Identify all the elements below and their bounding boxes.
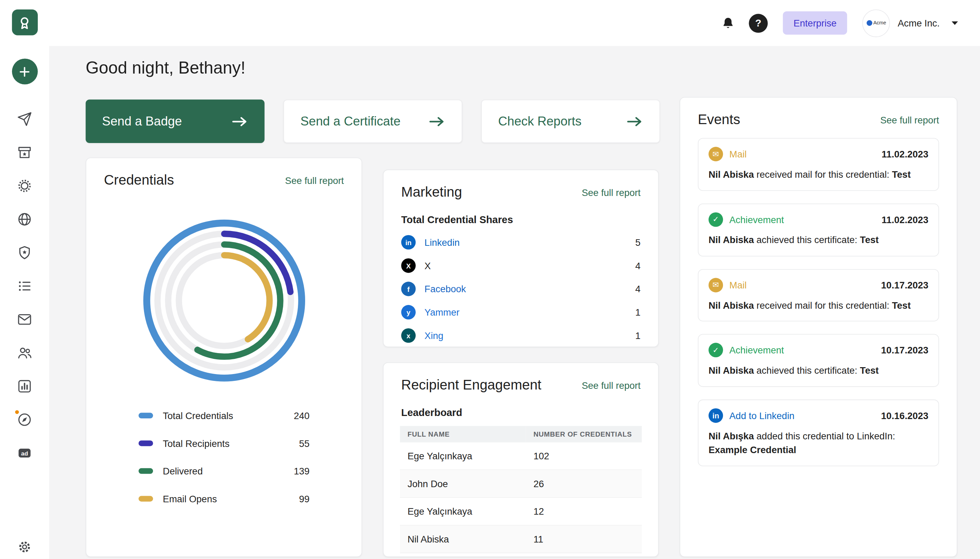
events-see-full-report-link[interactable]: See full report — [880, 114, 939, 125]
linkedin-icon: in — [401, 235, 416, 250]
check-reports-label: Check Reports — [498, 114, 581, 129]
send-badge-button[interactable]: Send a Badge — [86, 100, 265, 143]
leaderboard-body: Ege Yalçınkaya102John Doe26Ege Yalçınkay… — [400, 442, 642, 553]
send-certificate-label: Send a Certificate — [300, 114, 400, 129]
event-recipient-name: Nil Abiska — [709, 234, 754, 245]
engagement-see-full-report-link[interactable]: See full report — [582, 380, 640, 390]
sidebar-item-details[interactable] — [12, 278, 37, 294]
sidebar-nav: ad — [12, 111, 37, 461]
credential-count: 11 — [526, 525, 642, 553]
help-button[interactable]: ? — [749, 13, 768, 32]
column-header: NUMBER OF CREDENTIALS — [526, 426, 642, 442]
event-type-label: Achievement — [729, 345, 784, 356]
share-network-link[interactable]: Linkedin — [424, 237, 459, 248]
marketing-see-full-report-link[interactable]: See full report — [582, 187, 640, 197]
sidebar-item-analytics[interactable] — [12, 378, 37, 395]
sidebar-item-recipients[interactable] — [12, 345, 37, 361]
event-header: ✉Mail11.02.2023 — [709, 147, 929, 161]
credentials-legend: Total Credentials240Total Recipients55De… — [86, 410, 361, 504]
event-date: 10.16.2023 — [881, 410, 929, 421]
legend-swatch — [138, 413, 153, 418]
event-description: Nil Abiska received mail for this creden… — [709, 298, 929, 312]
xing-icon: x — [401, 328, 416, 343]
main-content: Good night, Bethany! Send a Badge Send a… — [49, 46, 980, 559]
event-header: ✉Mail10.17.2023 — [709, 278, 929, 292]
avatar-logo-dot — [866, 20, 872, 26]
event-type-label: Achievement — [729, 214, 784, 225]
legend-item: Total Credentials240 — [138, 410, 310, 421]
org-name[interactable]: Acme Inc. — [898, 18, 939, 28]
event-header: inAdd to Linkedin10.16.2023 — [709, 408, 929, 423]
avatar-logo-text: Acme — [873, 20, 886, 26]
legend-label: Delivered — [163, 466, 203, 476]
share-network-link[interactable]: X — [424, 260, 431, 271]
share-network-link[interactable]: Yammer — [424, 307, 459, 318]
sidebar-item-ads[interactable]: ad — [12, 445, 37, 461]
arrow-right-icon — [232, 116, 248, 126]
analytics-icon — [17, 379, 32, 394]
share-network-link[interactable]: Xing — [424, 330, 443, 341]
event-item[interactable]: inAdd to Linkedin10.16.2023Nil Abışka ad… — [698, 400, 939, 466]
sidebar-item-send[interactable] — [12, 111, 37, 127]
event-item[interactable]: ✓Achievement11.02.2023Nil Abiska achieve… — [698, 203, 939, 256]
event-header: ✓Achievement11.02.2023 — [709, 212, 929, 227]
credentials-see-full-report-link[interactable]: See full report — [285, 175, 344, 186]
table-row: Ege Yalçınkaya12 — [400, 498, 642, 525]
legend-swatch — [138, 440, 153, 446]
mail-icon: ✉ — [709, 278, 723, 292]
sidebar-item-certificates[interactable] — [12, 245, 37, 261]
share-network-link[interactable]: Facebook — [424, 284, 466, 294]
org-avatar[interactable]: Acme — [863, 9, 890, 37]
event-item[interactable]: ✉Mail10.17.2023Nil Abiska received mail … — [698, 269, 939, 322]
event-recipient-name: Nil Abışka — [709, 430, 754, 441]
event-date: 11.02.2023 — [882, 149, 929, 159]
share-row: inLinkedin5 — [401, 231, 641, 254]
ads-icon: ad — [17, 446, 32, 461]
credentials-seal-icon — [17, 179, 32, 194]
app-logo[interactable] — [12, 9, 38, 35]
recipient-name: Ege Yalçınkaya — [400, 442, 526, 470]
check-reports-button[interactable]: Check Reports — [481, 100, 660, 143]
event-type-label: Add to Linkedin — [729, 410, 794, 421]
yammer-icon: y — [401, 305, 416, 319]
certificate-shield-icon — [17, 245, 32, 260]
sidebar-item-domains[interactable] — [12, 211, 37, 228]
arrow-right-icon — [429, 116, 445, 126]
facebook-icon: f — [401, 281, 416, 296]
credential-count: 26 — [526, 470, 642, 498]
event-item[interactable]: ✉Mail11.02.2023Nil Abiska received mail … — [698, 138, 939, 191]
legend-item: Delivered139 — [138, 466, 310, 476]
sidebar-item-discover[interactable] — [12, 412, 37, 428]
event-recipient-name: Nil Abiska — [709, 365, 754, 376]
legend-value: 240 — [294, 410, 310, 421]
event-recipient-name: Nil Abiska — [709, 169, 754, 179]
sidebar-item-collections[interactable] — [12, 144, 37, 161]
arrow-right-icon — [627, 116, 643, 126]
recipient-engagement-card: Recipient Engagement See full report Lea… — [383, 362, 659, 557]
share-list: inLinkedin5XX4fFacebook4yYammer1xXing1 — [383, 231, 658, 347]
event-date: 11.02.2023 — [882, 214, 929, 225]
sidebar-item-settings[interactable] — [12, 539, 37, 555]
event-highlight: Example Credential — [709, 443, 929, 456]
dashboard-app: ad ? Enterprise Acme Acme Inc. Good nigh… — [0, 0, 980, 559]
plan-badge[interactable]: Enterprise — [783, 12, 847, 35]
sidebar: ad — [0, 0, 49, 559]
create-button[interactable] — [12, 58, 38, 84]
org-menu-button[interactable] — [951, 21, 959, 26]
event-highlight: Test — [860, 234, 879, 245]
sidebar-item-credentials[interactable] — [12, 178, 37, 194]
events-list: ✉Mail11.02.2023Nil Abiska received mail … — [680, 138, 957, 466]
recipient-name: Ege Yalçınkaya — [400, 498, 526, 525]
legend-label: Total Credentials — [163, 410, 233, 421]
recipient-name: John Doe — [400, 470, 526, 498]
notification-dot — [14, 409, 20, 415]
legend-swatch — [138, 468, 153, 474]
send-icon — [17, 111, 32, 127]
event-item[interactable]: ✓Achievement10.17.2023Nil Abiska achieve… — [698, 334, 939, 387]
event-type-label: Mail — [729, 280, 746, 290]
discover-compass-icon — [17, 412, 32, 427]
sidebar-item-campaigns[interactable] — [12, 311, 37, 327]
send-certificate-button[interactable]: Send a Certificate — [284, 100, 462, 143]
notifications-button[interactable] — [721, 16, 735, 30]
events-card: Events See full report ✉Mail11.02.2023Ni… — [680, 97, 957, 557]
